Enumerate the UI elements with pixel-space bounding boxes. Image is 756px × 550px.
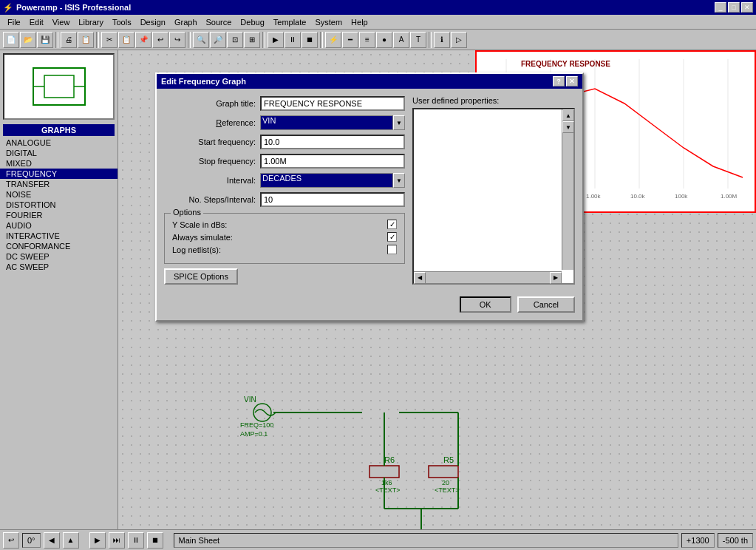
menu-source[interactable]: Source (202, 17, 236, 27)
open-button[interactable]: 📂 (20, 32, 36, 48)
stop-freq-input[interactable] (260, 154, 405, 169)
ok-button[interactable]: OK (460, 296, 511, 313)
toolbar-sep-2 (96, 32, 99, 48)
main-layout: GRAPHS ANALOGUE DIGITAL MIXED FREQUENCY … (0, 50, 756, 529)
graph-item-dc-sweep[interactable]: DC SWEEP (0, 251, 118, 262)
simulate-button[interactable]: ▷ (451, 32, 467, 48)
graph-title-label: Graph title: (164, 99, 260, 108)
menu-template[interactable]: Template (269, 17, 311, 27)
graph-item-fourier[interactable]: FOURIER (0, 210, 118, 220)
pause-button[interactable]: ⏸ (285, 32, 301, 48)
graph-item-transfer[interactable]: TRANSFER (0, 179, 118, 189)
label-button[interactable]: A (393, 32, 409, 48)
dialog-buttons: OK Cancel (157, 292, 582, 320)
option-simulate-check[interactable]: ✓ (387, 232, 397, 242)
props-scrollbar[interactable]: ▲ ▼ (562, 109, 573, 270)
maximize-button[interactable]: □ (728, 2, 740, 13)
option-netlist-row: Log netlist(s): (172, 245, 397, 254)
play-button[interactable]: ▶ (89, 532, 106, 549)
junction-button[interactable]: ● (376, 32, 392, 48)
graph-item-digital[interactable]: DIGITAL (0, 148, 118, 158)
y-coord: -500 th (718, 533, 753, 548)
stop-button[interactable]: ⏹ (302, 32, 318, 48)
graph-item-noise[interactable]: NOISE (0, 189, 118, 200)
graph-item-mixed[interactable]: MIXED (0, 158, 118, 169)
menu-design[interactable]: Design (136, 17, 170, 27)
undo-button[interactable]: ↩ (152, 32, 168, 48)
dialog-title-bar[interactable]: Edit Frequency Graph ? ✕ (157, 74, 582, 89)
menu-edit[interactable]: Edit (25, 17, 48, 27)
text-button[interactable]: T (410, 32, 426, 48)
x-coord: +1300 (681, 533, 715, 548)
menu-help[interactable]: Help (347, 17, 372, 27)
menu-graph[interactable]: Graph (170, 17, 202, 27)
zoom-fit-button[interactable]: ⊡ (227, 32, 243, 48)
user-props-area[interactable]: ▲ ▼ ◀ ▶ (412, 108, 575, 285)
menu-file[interactable]: File (3, 17, 25, 27)
svg-text:10.0k: 10.0k (630, 193, 646, 200)
cut-button[interactable]: ✂ (101, 32, 118, 48)
stop-status-button[interactable]: ⏹ (147, 532, 163, 549)
graph-item-distortion[interactable]: DISTORTION (0, 200, 118, 210)
props-scroll-down[interactable]: ▼ (562, 121, 574, 133)
paste-button[interactable]: 📌 (135, 32, 151, 48)
props-scroll-right[interactable]: ▶ (550, 272, 562, 284)
toolbar-sep-5 (320, 32, 323, 48)
graph-item-audio[interactable]: AUDIO (0, 220, 118, 231)
dialog-help-button[interactable]: ? (553, 76, 565, 86)
up-arrow-button[interactable]: ▲ (63, 532, 79, 549)
menu-debug[interactable]: Debug (236, 17, 268, 27)
title-bar: ⚡ Poweramp - ISIS Professional _ □ ✕ (0, 0, 756, 15)
component-button[interactable]: ⚡ (325, 32, 341, 48)
undo-status-button[interactable]: ↩ (3, 532, 19, 549)
svg-text:20: 20 (442, 479, 449, 486)
graph-item-interactive[interactable]: INTERACTIVE (0, 231, 118, 241)
zoom-area-button[interactable]: ⊞ (244, 32, 260, 48)
step-button[interactable]: ⏭ (109, 532, 125, 549)
property-button[interactable]: ℹ (434, 32, 450, 48)
graph-item-analogue[interactable]: ANALOGUE (0, 138, 118, 148)
redo-button[interactable]: ↪ (169, 32, 185, 48)
canvas-area[interactable]: +12V R1 320 <TEXT> O1 VIN FREQ=100 AMP=0… (118, 50, 756, 529)
props-hscrollbar[interactable]: ◀ ▶ (414, 271, 562, 283)
run-button[interactable]: ▶ (268, 32, 284, 48)
spice-options-button[interactable]: SPICE Options (164, 268, 238, 285)
reference-dropdown-btn[interactable]: ▼ (393, 115, 405, 130)
copy-button[interactable]: 📋 (118, 32, 134, 48)
print-button[interactable]: 🖨 (61, 32, 77, 48)
props-scroll-up[interactable]: ▲ (562, 109, 574, 121)
graph-item-conformance[interactable]: CONFORMANCE (0, 241, 118, 251)
wire-button[interactable]: ━ (342, 32, 358, 48)
reference-select[interactable]: VIN (260, 115, 393, 130)
save-button[interactable]: 💾 (37, 32, 53, 48)
zoom-in-button[interactable]: 🔍 (193, 32, 209, 48)
left-arrow-button[interactable]: ◀ (44, 532, 60, 549)
steps-input[interactable] (260, 192, 405, 207)
interval-select[interactable]: DECADES (260, 173, 393, 188)
option-yscale-check[interactable]: ✓ (387, 220, 397, 229)
minimize-button[interactable]: _ (715, 2, 726, 13)
pause-status-button[interactable]: ⏸ (128, 532, 144, 549)
stop-freq-label: Stop frequency: (164, 157, 260, 166)
cancel-button[interactable]: Cancel (517, 296, 575, 313)
dialog-close-button[interactable]: ✕ (566, 76, 578, 86)
graph-item-ac-sweep[interactable]: AC SWEEP (0, 262, 118, 272)
interval-dropdown-btn[interactable]: ▼ (393, 173, 405, 188)
svg-rect-17 (370, 466, 399, 478)
menu-tools[interactable]: Tools (108, 17, 136, 27)
props-scroll-left[interactable]: ◀ (414, 272, 426, 284)
zoom-out-button[interactable]: 🔎 (210, 32, 226, 48)
menu-library[interactable]: Library (74, 17, 108, 27)
menu-system[interactable]: System (310, 17, 347, 27)
start-freq-input[interactable] (260, 135, 405, 149)
graph-title-input[interactable] (260, 96, 405, 111)
print2-button[interactable]: 📋 (78, 32, 94, 48)
graph-item-frequency[interactable]: FREQUENCY (0, 169, 118, 179)
circuit-canvas[interactable]: +12V R1 320 <TEXT> O1 VIN FREQ=100 AMP=0… (118, 50, 756, 529)
menu-view[interactable]: View (48, 17, 75, 27)
graph-list: ANALOGUE DIGITAL MIXED FREQUENCY TRANSFE… (0, 138, 118, 529)
option-netlist-check[interactable] (387, 245, 397, 254)
close-button[interactable]: ✕ (741, 2, 753, 13)
bus-button[interactable]: ≡ (359, 32, 375, 48)
new-button[interactable]: 📄 (3, 32, 19, 48)
